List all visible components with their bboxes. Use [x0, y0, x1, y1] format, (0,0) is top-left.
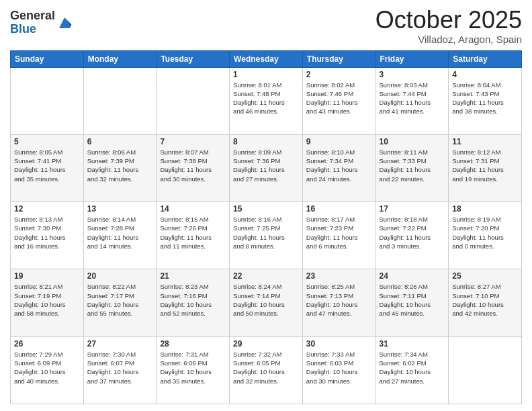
day-info: Sunrise: 8:12 AM Sunset: 7:31 PM Dayligh… — [452, 148, 518, 183]
day-info: Sunrise: 8:26 AM Sunset: 7:11 PM Dayligh… — [380, 282, 445, 318]
day-cell-4-6 — [449, 336, 522, 404]
logo: General Blue — [10, 9, 73, 36]
day-info: Sunrise: 8:09 AM Sunset: 7:36 PM Dayligh… — [233, 148, 299, 183]
day-info: Sunrise: 8:05 AM Sunset: 7:41 PM Dayligh… — [14, 148, 80, 183]
day-info: Sunrise: 8:14 AM Sunset: 7:28 PM Dayligh… — [87, 215, 153, 250]
day-cell-0-4: 2Sunrise: 8:02 AM Sunset: 7:46 PM Daylig… — [302, 67, 375, 134]
day-cell-1-4: 9Sunrise: 8:10 AM Sunset: 7:34 PM Daylig… — [302, 134, 375, 201]
day-number: 15 — [233, 204, 299, 214]
location: Villadoz, Aragon, Spain — [375, 34, 522, 45]
week-row-3: 12Sunrise: 8:13 AM Sunset: 7:30 PM Dayli… — [11, 202, 522, 269]
day-cell-3-0: 19Sunrise: 8:21 AM Sunset: 7:19 PM Dayli… — [11, 269, 84, 336]
day-number: 21 — [160, 271, 226, 281]
day-info: Sunrise: 8:25 AM Sunset: 7:13 PM Dayligh… — [306, 282, 372, 318]
day-number: 23 — [306, 271, 372, 281]
day-number: 27 — [87, 339, 153, 349]
day-info: Sunrise: 8:06 AM Sunset: 7:39 PM Dayligh… — [87, 148, 153, 183]
day-number: 18 — [452, 204, 518, 214]
day-info: Sunrise: 8:23 AM Sunset: 7:16 PM Dayligh… — [160, 282, 226, 318]
day-cell-4-4: 30Sunrise: 7:33 AM Sunset: 6:03 PM Dayli… — [302, 336, 375, 404]
month-title: October 2025 — [375, 7, 522, 34]
day-cell-2-5: 17Sunrise: 8:18 AM Sunset: 7:22 PM Dayli… — [375, 202, 449, 269]
day-number: 31 — [380, 339, 445, 349]
day-info: Sunrise: 8:24 AM Sunset: 7:14 PM Dayligh… — [233, 282, 299, 318]
header: General Blue October 2025 Villadoz, Arag… — [10, 7, 522, 45]
day-cell-1-5: 10Sunrise: 8:11 AM Sunset: 7:33 PM Dayli… — [375, 134, 449, 201]
day-info: Sunrise: 7:30 AM Sunset: 6:07 PM Dayligh… — [87, 350, 153, 385]
logo-general-text: General — [10, 9, 55, 22]
day-cell-3-2: 21Sunrise: 8:23 AM Sunset: 7:16 PM Dayli… — [157, 269, 230, 336]
day-number: 7 — [160, 137, 226, 146]
day-number: 19 — [14, 271, 80, 281]
title-block: October 2025 Villadoz, Aragon, Spain — [375, 7, 522, 45]
day-info: Sunrise: 8:22 AM Sunset: 7:17 PM Dayligh… — [87, 282, 153, 318]
calendar-table: Sunday Monday Tuesday Wednesday Thursday… — [10, 50, 522, 404]
day-cell-1-1: 6Sunrise: 8:06 AM Sunset: 7:39 PM Daylig… — [83, 134, 157, 201]
day-cell-1-6: 11Sunrise: 8:12 AM Sunset: 7:31 PM Dayli… — [449, 134, 522, 201]
day-cell-0-5: 3Sunrise: 8:03 AM Sunset: 7:44 PM Daylig… — [375, 67, 449, 134]
day-cell-0-6: 4Sunrise: 8:04 AM Sunset: 7:43 PM Daylig… — [449, 67, 522, 134]
day-number: 28 — [160, 339, 226, 349]
day-info: Sunrise: 8:11 AM Sunset: 7:33 PM Dayligh… — [380, 148, 445, 183]
day-number: 6 — [87, 137, 153, 146]
day-info: Sunrise: 8:27 AM Sunset: 7:10 PM Dayligh… — [452, 282, 518, 318]
day-number: 17 — [380, 204, 445, 214]
day-info: Sunrise: 8:13 AM Sunset: 7:30 PM Dayligh… — [14, 215, 80, 250]
day-number: 25 — [452, 271, 518, 281]
day-cell-4-2: 28Sunrise: 7:31 AM Sunset: 6:06 PM Dayli… — [157, 336, 230, 404]
col-tuesday: Tuesday — [157, 50, 230, 67]
calendar-page: General Blue October 2025 Villadoz, Arag… — [0, 0, 532, 411]
day-info: Sunrise: 8:17 AM Sunset: 7:23 PM Dayligh… — [306, 215, 372, 250]
week-row-1: 1Sunrise: 8:01 AM Sunset: 7:48 PM Daylig… — [11, 67, 522, 134]
day-number: 26 — [14, 339, 80, 349]
day-number: 29 — [233, 339, 299, 349]
day-cell-4-5: 31Sunrise: 7:34 AM Sunset: 6:02 PM Dayli… — [375, 336, 449, 404]
day-number: 30 — [306, 339, 372, 349]
day-cell-1-2: 7Sunrise: 8:07 AM Sunset: 7:38 PM Daylig… — [157, 134, 230, 201]
day-number: 12 — [14, 204, 80, 214]
day-cell-2-3: 15Sunrise: 8:16 AM Sunset: 7:25 PM Dayli… — [230, 202, 303, 269]
col-sunday: Sunday — [11, 50, 84, 67]
day-cell-2-2: 14Sunrise: 8:15 AM Sunset: 7:26 PM Dayli… — [157, 202, 230, 269]
day-number: 8 — [233, 137, 299, 146]
day-info: Sunrise: 8:19 AM Sunset: 7:20 PM Dayligh… — [452, 215, 518, 250]
day-cell-1-0: 5Sunrise: 8:05 AM Sunset: 7:41 PM Daylig… — [11, 134, 84, 201]
day-info: Sunrise: 8:04 AM Sunset: 7:43 PM Dayligh… — [452, 81, 518, 116]
day-cell-4-0: 26Sunrise: 7:29 AM Sunset: 6:09 PM Dayli… — [11, 336, 84, 404]
day-info: Sunrise: 8:21 AM Sunset: 7:19 PM Dayligh… — [14, 282, 80, 318]
day-cell-0-1 — [83, 67, 157, 134]
day-cell-0-3: 1Sunrise: 8:01 AM Sunset: 7:48 PM Daylig… — [230, 67, 303, 134]
day-cell-3-6: 25Sunrise: 8:27 AM Sunset: 7:10 PM Dayli… — [449, 269, 522, 336]
day-number: 5 — [14, 137, 80, 146]
day-info: Sunrise: 8:18 AM Sunset: 7:22 PM Dayligh… — [380, 215, 445, 250]
day-cell-3-4: 23Sunrise: 8:25 AM Sunset: 7:13 PM Dayli… — [302, 269, 375, 336]
day-cell-2-4: 16Sunrise: 8:17 AM Sunset: 7:23 PM Dayli… — [302, 202, 375, 269]
day-info: Sunrise: 8:03 AM Sunset: 7:44 PM Dayligh… — [380, 81, 445, 116]
day-cell-2-1: 13Sunrise: 8:14 AM Sunset: 7:28 PM Dayli… — [83, 202, 157, 269]
day-cell-0-2 — [157, 67, 230, 134]
day-number: 10 — [380, 137, 445, 146]
day-info: Sunrise: 8:10 AM Sunset: 7:34 PM Dayligh… — [306, 148, 372, 183]
day-number: 16 — [306, 204, 372, 214]
day-number: 22 — [233, 271, 299, 281]
week-row-4: 19Sunrise: 8:21 AM Sunset: 7:19 PM Dayli… — [11, 269, 522, 336]
day-info: Sunrise: 8:15 AM Sunset: 7:26 PM Dayligh… — [160, 215, 226, 250]
week-row-5: 26Sunrise: 7:29 AM Sunset: 6:09 PM Dayli… — [11, 336, 522, 404]
day-info: Sunrise: 8:01 AM Sunset: 7:48 PM Dayligh… — [233, 81, 299, 116]
day-info: Sunrise: 7:29 AM Sunset: 6:09 PM Dayligh… — [14, 350, 80, 385]
day-number: 13 — [87, 204, 153, 214]
day-number: 11 — [452, 137, 518, 146]
day-cell-4-3: 29Sunrise: 7:32 AM Sunset: 6:05 PM Dayli… — [230, 336, 303, 404]
day-number: 4 — [452, 70, 518, 79]
col-friday: Friday — [375, 50, 449, 67]
day-info: Sunrise: 7:34 AM Sunset: 6:02 PM Dayligh… — [380, 350, 445, 385]
day-number: 20 — [87, 271, 153, 281]
day-number: 14 — [160, 204, 226, 214]
day-number: 2 — [306, 70, 372, 79]
day-number: 3 — [380, 70, 445, 79]
day-info: Sunrise: 8:07 AM Sunset: 7:38 PM Dayligh… — [160, 148, 226, 183]
day-info: Sunrise: 8:02 AM Sunset: 7:46 PM Dayligh… — [306, 81, 372, 116]
day-cell-2-0: 12Sunrise: 8:13 AM Sunset: 7:30 PM Dayli… — [11, 202, 84, 269]
day-cell-3-5: 24Sunrise: 8:26 AM Sunset: 7:11 PM Dayli… — [375, 269, 449, 336]
logo-blue-text: Blue — [10, 22, 36, 36]
